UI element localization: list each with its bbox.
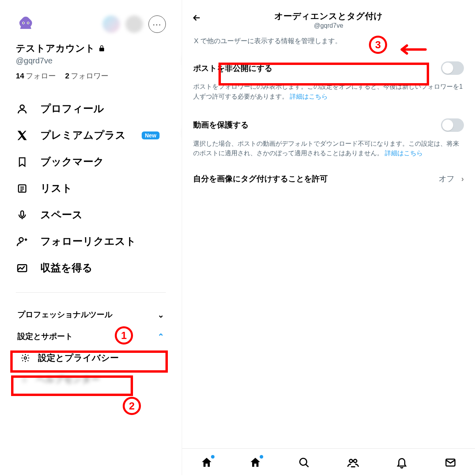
new-badge: New: [142, 131, 160, 139]
protect-video-title: 動画を保護する: [193, 120, 249, 130]
nav-follow-requests[interactable]: フォローリクエスト: [16, 228, 166, 255]
svg-point-4: [20, 105, 24, 109]
photo-tagging-row[interactable]: 自分を画像にタグ付けすることを許可 オフ ›: [182, 166, 475, 192]
pro-tools-row[interactable]: プロフェッショナルツール ⌄: [16, 304, 166, 326]
annotation-2: 2: [123, 397, 141, 415]
svg-rect-6: [21, 211, 24, 216]
more-accounts-button[interactable]: ···: [148, 15, 166, 33]
photo-tagging-value: オフ: [439, 174, 454, 183]
page-title: オーディエンスとタグ付け: [211, 10, 446, 22]
bottom-nav-search[interactable]: [297, 456, 311, 469]
bottom-nav-notifications[interactable]: [395, 456, 408, 469]
list-icon: [16, 182, 28, 195]
lock-icon: [98, 45, 105, 52]
follow-request-icon: [16, 235, 28, 248]
setting-protect-video: 動画を保護する 選択した場合、ポストの動画がデフォルトでダウンロード不可になりま…: [182, 109, 475, 166]
annotation-arrow: [396, 44, 428, 55]
annotation-box-settings-privacy: [11, 375, 133, 396]
annotation-box-protect-posts: [218, 63, 429, 86]
svg-point-11: [349, 459, 352, 463]
settings-support-row[interactable]: 設定とサポート ⌃: [16, 326, 166, 347]
nav-lists[interactable]: リスト: [16, 175, 166, 202]
learn-more-link-2[interactable]: 詳細はこちら: [385, 150, 423, 156]
person-icon: [16, 103, 28, 115]
x-icon: [16, 129, 28, 142]
bottom-nav-messages[interactable]: [444, 456, 457, 469]
nav-spaces[interactable]: スペース: [16, 202, 166, 228]
chevron-right-icon: ›: [461, 174, 464, 183]
svg-point-10: [300, 458, 307, 465]
bottom-nav-home-2[interactable]: [249, 456, 262, 469]
protect-video-toggle[interactable]: [441, 118, 464, 132]
nav-profile[interactable]: プロフィール: [16, 95, 166, 122]
nav-premium[interactable]: プレミアムプラス New: [16, 122, 166, 149]
annotation-1: 1: [115, 326, 133, 345]
svg-point-12: [353, 459, 357, 463]
bottom-nav-communities[interactable]: [346, 456, 360, 469]
bookmark-icon: [16, 156, 28, 168]
annotation-box-settings-support: [10, 350, 168, 373]
monetize-icon: [16, 262, 28, 274]
svg-point-7: [19, 238, 23, 242]
account-switch-1[interactable]: [103, 15, 120, 33]
user-avatar[interactable]: [16, 14, 36, 34]
nav-monetize[interactable]: 収益を得る: [16, 255, 166, 281]
follow-stats[interactable]: 14フォロー 2フォロワー: [16, 71, 166, 81]
page-handle: @gqrd7ve: [211, 22, 446, 29]
bottom-nav: [182, 448, 475, 476]
svg-point-2: [23, 23, 24, 24]
annotation-3: 3: [369, 36, 387, 54]
back-button[interactable]: [192, 10, 202, 23]
account-switch-2[interactable]: [125, 15, 143, 33]
mic-icon: [16, 209, 28, 221]
learn-more-link-1[interactable]: 詳細はこちら: [290, 93, 328, 100]
bottom-nav-home-1[interactable]: [200, 456, 213, 469]
svg-point-3: [28, 23, 29, 24]
user-handle: @gqrd7ve: [16, 56, 166, 65]
protect-posts-toggle[interactable]: [441, 61, 464, 75]
nav-bookmarks[interactable]: ブックマーク: [16, 149, 166, 175]
chevron-up-icon: ⌃: [158, 332, 164, 341]
chevron-down-icon: ⌄: [158, 310, 164, 320]
page-description: X で他のユーザーに表示する情報を管理します。: [182, 33, 475, 52]
protect-video-desc: 選択した場合、ポストの動画がデフォルトでダウンロード不可になります。この設定は、…: [192, 136, 466, 160]
display-name: テストアカウント: [16, 42, 166, 55]
divider: [16, 292, 166, 293]
